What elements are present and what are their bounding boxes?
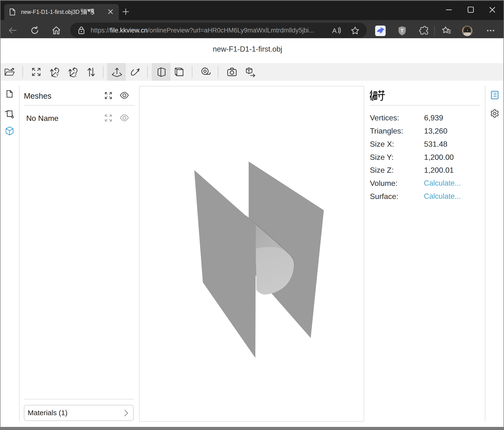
- svg-text:T: T: [400, 28, 404, 34]
- svg-text:Y: Y: [56, 73, 59, 77]
- svg-text:A: A: [332, 27, 337, 34]
- svg-text:Z: Z: [74, 73, 77, 77]
